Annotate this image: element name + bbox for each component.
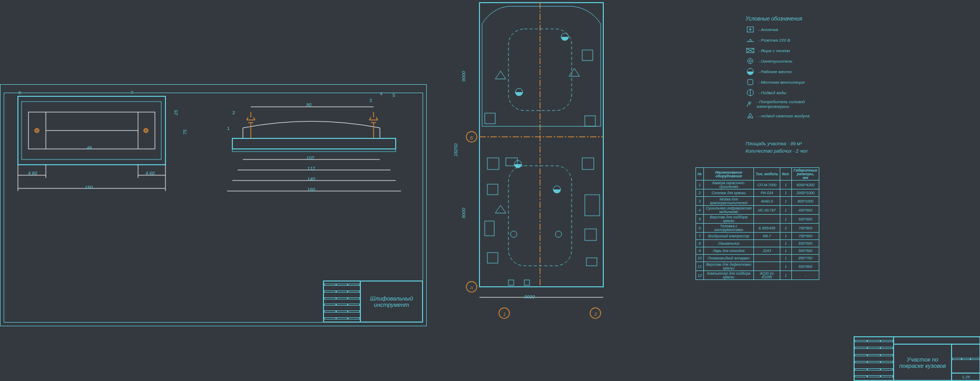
floor-plan xyxy=(456,0,609,326)
table-row: 6Тележка с инструментамиБ 955/4952700*80… xyxy=(696,224,819,233)
th-qty: Кол. xyxy=(780,168,792,181)
axis-1: 1 xyxy=(503,312,506,317)
dim-112: 112 xyxy=(307,166,315,171)
svg-point-6 xyxy=(35,128,39,133)
th-type: Тип, модель xyxy=(754,168,780,181)
svg-rect-48 xyxy=(524,280,530,285)
svg-rect-40 xyxy=(585,195,600,216)
right-title: Участок по покраске кузовов xyxy=(894,344,952,380)
svg-rect-47 xyxy=(508,280,514,285)
table-row: 3Мойка для краскораспылителей404D-01800*… xyxy=(696,197,819,206)
dim-460-1: 4.60 xyxy=(28,171,37,176)
dim-75: 75 xyxy=(182,129,188,135)
svg-rect-39 xyxy=(582,158,594,169)
table-row: 4Сушильная инфракрасная мобильнаяИС 00.7… xyxy=(696,206,819,215)
svg-rect-24 xyxy=(479,3,603,287)
table-row: 10Пневможидкий аппарат1850*750 xyxy=(696,255,819,262)
table-row: 11Верстак для дефектовки краски1500*800 xyxy=(696,262,819,271)
dim-140: 140 xyxy=(307,176,315,182)
svg-rect-37 xyxy=(487,253,498,263)
svg-rect-29 xyxy=(485,113,495,124)
svg-rect-30 xyxy=(582,50,593,61)
label-1-v2: 1 xyxy=(227,126,230,131)
svg-rect-17 xyxy=(232,138,396,149)
area-note1: Площадь участка - 99 м² xyxy=(746,141,802,146)
legend-7: - Потребитель силовой электроэнергии xyxy=(757,99,825,109)
table-row: 9Ларь для отходов22431500*500 xyxy=(696,247,819,255)
dim-150: 150 xyxy=(85,185,93,190)
svg-rect-41 xyxy=(585,229,596,240)
legend-5: - Местная вентиляция xyxy=(758,80,805,85)
left-title: Шлифовальный инструмент xyxy=(360,281,423,322)
scale: 1:25 xyxy=(952,373,980,380)
dim-htot: 18250 xyxy=(453,143,458,156)
svg-point-46 xyxy=(555,231,562,237)
svg-rect-36 xyxy=(487,184,498,195)
label-2-v2: 2 xyxy=(232,110,235,115)
svg-text:в: в xyxy=(749,115,751,118)
label-4-v2: 4 xyxy=(380,91,383,96)
dim-9000: 9000 xyxy=(524,294,535,299)
label-3-v2: 3 xyxy=(369,98,372,103)
table-row: 8Умывальник1600*600 xyxy=(696,240,819,247)
legend: Условные обозначения - Аптечка - Розетка… xyxy=(746,16,825,123)
axis-b: Б xyxy=(470,135,473,141)
legend-title: Условные обозначения xyxy=(746,16,825,22)
svg-rect-63 xyxy=(748,79,753,85)
label-5-v2: 5 xyxy=(393,93,395,98)
title-block-left: Шлифовальный инструмент xyxy=(323,280,423,323)
table-row: 5Верстак для подбора краски1500*800 xyxy=(696,215,819,224)
legend-2: - Ящик с песком xyxy=(758,48,790,53)
legend-0: - Аптечка xyxy=(758,27,778,32)
table-row: 1Камера окрасочно-сушильнаяСП-М-70001600… xyxy=(696,181,819,189)
svg-rect-38 xyxy=(485,221,494,236)
dim-102: 102 xyxy=(306,155,314,161)
label-7: 7 xyxy=(131,90,133,95)
legend-3: - Огнетушитель xyxy=(758,59,792,64)
dim-h1: 9000 xyxy=(461,71,466,82)
area-note2: Количество рабочих - 2 чел xyxy=(746,148,808,154)
spec-table: № Наименование оборудования Тип, модель … xyxy=(695,167,819,280)
label-6: 6 xyxy=(18,90,21,95)
svg-point-61 xyxy=(749,60,751,62)
legend-6: - Подвод воды xyxy=(758,91,786,95)
legend-4: - Рабочее место xyxy=(758,69,791,74)
axis-2: 2 xyxy=(594,312,597,317)
dim-160: 160 xyxy=(307,187,315,192)
svg-rect-34 xyxy=(487,158,499,169)
table-row: 7Воздушный компрессорКВ-71750*650 xyxy=(696,233,819,240)
svg-point-45 xyxy=(511,231,517,237)
dim-90: 90 xyxy=(306,102,311,107)
svg-point-60 xyxy=(748,58,753,64)
dim-h2: 9000 xyxy=(461,208,466,218)
left-drawing-sheet: 4.60 4.60 150 48 75 25 6 7 90 102 112 14… xyxy=(0,84,427,326)
dim-25: 25 xyxy=(173,110,179,115)
th-n: № xyxy=(696,168,704,181)
svg-point-8 xyxy=(36,129,38,132)
title-block-right: Участок по покраске кузовов 1:25 xyxy=(854,336,980,381)
table-row: 2Стелаж для краскиРИ-03412000*1000 xyxy=(696,189,819,197)
legend-8: - подвод сжатого воздуха xyxy=(758,114,809,118)
svg-rect-42 xyxy=(586,258,597,266)
legend-1: - Розетка 220 В xyxy=(758,38,790,43)
right-drawing-sheet: 9000 9000 9000 18250 А Б 1 2 Условные об… xyxy=(432,0,980,381)
svg-point-7 xyxy=(144,128,148,133)
svg-rect-31 xyxy=(585,116,595,126)
view2-side xyxy=(222,91,417,202)
axis-a: А xyxy=(470,285,473,290)
th-size: Габаритные размеры, мм xyxy=(792,168,819,181)
dim-48: 48 xyxy=(86,145,92,151)
dim-460-2: 4.60 xyxy=(145,171,155,176)
table-row: 12Компьютер для подбора краскиAQ/D ps 83… xyxy=(696,271,819,280)
th-name: Наименование оборудования xyxy=(704,168,754,181)
svg-point-9 xyxy=(145,129,147,132)
